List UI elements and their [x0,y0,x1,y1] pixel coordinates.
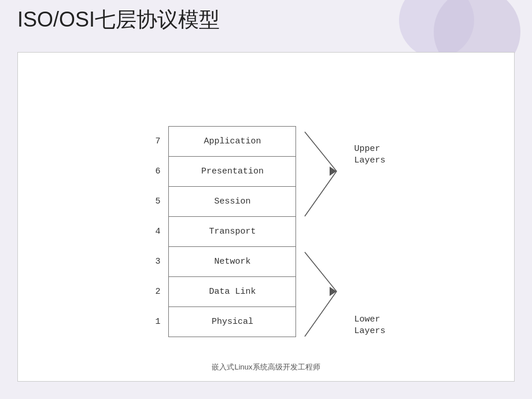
table-row: Data Link [169,276,296,306]
table-row: Session [169,186,296,216]
layer-cell-3: Network [169,246,296,276]
arrows-svg [302,126,348,337]
layer-number-1: 1 [146,306,164,337]
svg-marker-1 [330,287,337,296]
svg-marker-0 [330,167,337,176]
layer-cell-4: Transport [169,216,296,246]
page-title: ISO/OSI七层协议模型 [17,6,220,34]
table-row: Transport [169,216,296,246]
numbers-column: 7654321 [146,126,164,337]
table-row: Physical [169,306,296,337]
diagram-wrapper: 7654321 ApplicationPresentationSessionTr… [146,126,385,337]
osi-table: ApplicationPresentationSessionTransportN… [168,126,296,337]
slide-content: 7654321 ApplicationPresentationSessionTr… [53,110,479,346]
lower-layers-label: Lower Layers [354,314,385,337]
layer-number-5: 5 [146,186,164,216]
layer-number-2: 2 [146,276,164,306]
layer-cell-1: Physical [169,306,296,337]
table-row: Application [169,126,296,156]
layer-number-6: 6 [146,156,164,186]
layer-number-4: 4 [146,216,164,246]
slide-container: 7654321 ApplicationPresentationSessionTr… [17,52,515,382]
table-row: Presentation [169,156,296,186]
layer-number-7: 7 [146,126,164,156]
layer-number-3: 3 [146,246,164,276]
table-row: Network [169,246,296,276]
layer-cell-6: Presentation [169,156,296,186]
layer-cell-2: Data Link [169,276,296,306]
slide-footer: 嵌入式Linux系统高级开发工程师 [18,362,514,372]
upper-layers-label: Upper Layers [354,143,385,166]
layer-cell-7: Application [169,126,296,156]
labels-column: Upper Layers Lower Layers [354,126,385,337]
layer-cell-5: Session [169,186,296,216]
